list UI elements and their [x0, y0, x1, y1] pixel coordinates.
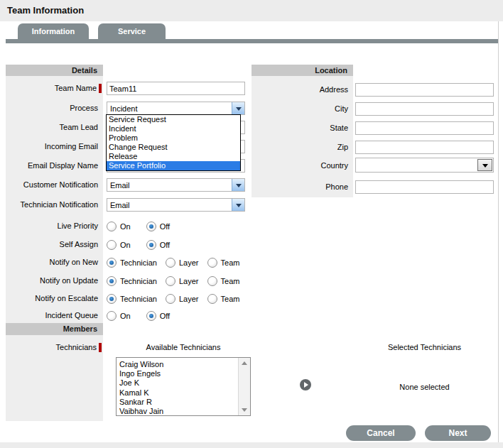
team-information-page: { "window": { "title": "Team Information…	[0, 0, 503, 448]
radio-icon[interactable]	[107, 311, 117, 321]
menu-item-problem[interactable]: Problem	[107, 133, 240, 143]
radio-icon[interactable]	[207, 294, 217, 304]
city-input[interactable]	[355, 102, 494, 116]
notify-on-update-option-technician[interactable]: Technician	[107, 276, 157, 286]
chevron-down-icon	[236, 184, 242, 187]
available-technicians-title: Available Technicians	[116, 343, 251, 351]
radio-icon[interactable]	[166, 258, 175, 268]
window-title-bar: Team Information	[0, 0, 503, 21]
notify-on-new-option-technician[interactable]: Technician	[107, 258, 157, 268]
chevron-down-icon	[236, 107, 242, 111]
radio-option-label: Technician	[120, 295, 157, 303]
notify-on-escalate-label: Notify on Escalate	[6, 294, 103, 302]
live-priority-option-on[interactable]: On	[107, 222, 131, 231]
menu-item-incident[interactable]: Incident	[107, 124, 240, 133]
next-button[interactable]: Next	[425, 425, 491, 441]
technician-list-item[interactable]: Vaibhav Jain	[117, 407, 250, 416]
radio-icon[interactable]	[107, 222, 117, 231]
process-select-arrow-button[interactable]	[232, 102, 244, 114]
menu-item-release[interactable]: Release	[107, 152, 240, 161]
incoming-email-label: Incoming Email	[6, 142, 103, 151]
tab-information[interactable]: Information	[18, 23, 89, 39]
notify-on-new-option-layer[interactable]: Layer	[166, 258, 199, 268]
radio-icon[interactable]	[207, 276, 217, 286]
notify-on-update-radio-group: Technician Layer Team	[107, 275, 248, 286]
radio-option-label: Technician	[120, 258, 157, 267]
team-name-input[interactable]	[107, 82, 245, 95]
radio-option-label: On	[120, 241, 131, 249]
radio-icon[interactable]	[166, 294, 175, 304]
radio-selected-icon[interactable]	[107, 294, 117, 304]
radio-selected-icon[interactable]	[146, 311, 156, 321]
incident-queue-option-off[interactable]: Off	[146, 311, 170, 321]
radio-option-label: Team	[221, 258, 240, 267]
radio-selected-icon[interactable]	[107, 258, 117, 268]
incident-queue-label: Incident Queue	[6, 311, 103, 319]
required-marker	[99, 343, 102, 352]
cancel-button[interactable]: Cancel	[346, 425, 416, 441]
process-select-value: Incident	[110, 102, 138, 115]
customer-notification-select-arrow-button[interactable]	[232, 179, 244, 191]
available-technicians-listbox[interactable]: Craig Wilson Ingo Engels Joe K Kamal K S…	[116, 357, 251, 416]
notify-on-update-option-layer[interactable]: Layer	[166, 276, 199, 286]
scroll-up-icon[interactable]	[242, 361, 247, 365]
menu-item-change-request[interactable]: Change Request	[107, 143, 240, 152]
radio-selected-icon[interactable]	[146, 222, 156, 231]
notify-on-escalate-option-technician[interactable]: Technician	[107, 294, 157, 304]
self-assign-option-on[interactable]: On	[107, 240, 131, 250]
radio-icon[interactable]	[207, 258, 217, 268]
page-title: Team Information	[7, 5, 84, 16]
technician-list-item[interactable]: Sankar R	[117, 398, 250, 407]
self-assign-label: Self Assign	[6, 240, 103, 248]
radio-option-label: Layer	[179, 258, 199, 267]
team-name-label-text: Team Name	[55, 84, 97, 92]
listbox-scrollbar[interactable]	[238, 358, 250, 415]
technician-notification-label: Technician Notification	[6, 200, 103, 209]
zip-input[interactable]	[355, 141, 494, 154]
menu-item-service-request[interactable]: Service Request	[107, 115, 240, 124]
move-right-button[interactable]	[300, 379, 311, 390]
technician-list-item[interactable]: Craig Wilson	[117, 360, 250, 369]
chevron-down-icon	[236, 204, 242, 207]
menu-item-service-portfolio[interactable]: Service Portfolio	[107, 161, 240, 170]
content-right-border	[498, 21, 499, 442]
arrow-right-icon	[304, 382, 308, 388]
technician-list-item[interactable]: Ingo Engels	[117, 369, 250, 378]
process-select[interactable]: Incident	[107, 102, 245, 115]
radio-icon[interactable]	[166, 276, 175, 286]
tab-service[interactable]: Service	[98, 23, 166, 39]
technician-notification-select[interactable]: Email	[107, 198, 245, 212]
live-priority-option-off[interactable]: Off	[146, 222, 170, 231]
notify-on-escalate-option-layer[interactable]: Layer	[166, 294, 199, 304]
zip-label: Zip	[252, 143, 353, 151]
notify-on-new-option-team[interactable]: Team	[207, 258, 240, 268]
radio-option-label: Off	[160, 222, 170, 231]
notify-on-escalate-option-team[interactable]: Team	[207, 294, 240, 304]
phone-label: Phone	[252, 182, 353, 191]
country-select-arrow-button[interactable]	[477, 159, 492, 171]
technician-list-item[interactable]: Kamal K	[117, 388, 250, 398]
radio-icon[interactable]	[107, 240, 117, 250]
radio-option-label: Technician	[120, 277, 157, 285]
team-lead-label: Team Lead	[6, 123, 103, 131]
state-input[interactable]	[355, 121, 494, 135]
technician-list-item[interactable]: Joe K	[117, 378, 250, 388]
country-select[interactable]	[355, 158, 494, 173]
phone-input[interactable]	[355, 180, 494, 194]
address-input[interactable]	[355, 83, 494, 97]
self-assign-option-off[interactable]: Off	[146, 240, 170, 250]
chevron-down-icon	[482, 164, 488, 168]
technician-notification-select-value: Email	[110, 199, 130, 212]
radio-selected-icon[interactable]	[146, 240, 156, 250]
incident-queue-option-on[interactable]: On	[107, 311, 131, 321]
live-priority-radio-group: On Off	[107, 221, 170, 231]
notify-on-update-option-team[interactable]: Team	[207, 276, 240, 286]
radio-option-label: On	[120, 312, 131, 320]
technicians-label: Technicians	[6, 343, 103, 352]
radio-option-label: Layer	[179, 277, 199, 285]
scroll-down-icon[interactable]	[242, 408, 247, 412]
radio-selected-icon[interactable]	[107, 276, 117, 286]
customer-notification-select[interactable]: Email	[107, 178, 245, 192]
email-display-name-label: Email Display Name	[6, 161, 103, 170]
technician-notification-select-arrow-button[interactable]	[232, 199, 244, 211]
